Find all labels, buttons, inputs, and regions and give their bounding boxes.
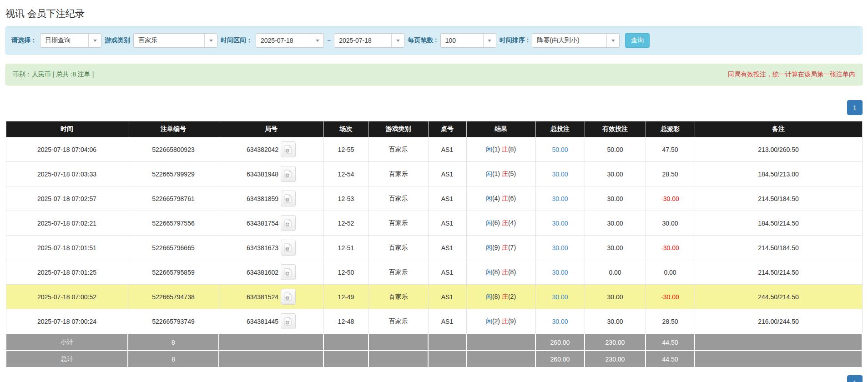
table-no-cell: AS1 [428, 309, 466, 334]
game-type-select[interactable]: 百家乐 [133, 33, 217, 48]
video-replay-button[interactable] [281, 289, 296, 305]
betting-records-table: 时间 注单编号 局号 场次 游戏类别 桌号 结果 总投注 有效投注 总派彩 备注… [5, 121, 863, 368]
game-type-value: 百家乐 [134, 36, 162, 45]
table-row[interactable]: 2025-07-18 07:03:33 522665799929 6343819… [6, 162, 862, 186]
valid-bet-cell: 30.00 [585, 285, 646, 309]
total-bet-link[interactable]: 30.00 [552, 318, 568, 325]
table-row[interactable]: 2025-07-18 07:00:24 522665793749 6343814… [6, 309, 862, 334]
header-table-no: 桌号 [428, 121, 466, 137]
date-from-value: 2025-07-18 [256, 37, 298, 44]
table-row[interactable]: 2025-07-18 07:04:06 522665800923 6343820… [6, 137, 862, 162]
table-no-cell: AS1 [428, 285, 466, 309]
grand-total-label: 总计 [6, 351, 128, 367]
page-1-button[interactable]: 1 [847, 375, 863, 382]
valid-bet-cell: 30.00 [585, 162, 646, 186]
round-cell: 634381524 [219, 285, 323, 309]
video-replay-button[interactable] [281, 215, 296, 231]
note-cell: 184.50/214.50 [695, 211, 862, 236]
bet-id-cell: 522665797556 [128, 211, 219, 236]
filter-bar: 请选择： 日期查询 游戏类别 百家乐 时间区间： 2025-07-18 ~ 20… [5, 26, 863, 55]
query-type-value: 日期查询 [40, 36, 75, 45]
time-cell: 2025-07-18 07:00:52 [6, 285, 128, 309]
round-cell: 634381754 [219, 211, 323, 236]
table-row[interactable]: 2025-07-18 07:02:21 522665797556 6343817… [6, 211, 862, 236]
subtotal-payout: 44.50 [646, 334, 695, 351]
table-row[interactable]: 2025-07-18 07:01:25 522665795859 6343816… [6, 260, 862, 285]
table-row[interactable]: 2025-07-18 07:00:52 522665794738 6343815… [6, 285, 862, 309]
video-replay-button[interactable] [281, 313, 296, 329]
total-bet-link[interactable]: 30.00 [552, 269, 568, 276]
page: 视讯 会员下注纪录 请选择： 日期查询 游戏类别 百家乐 时间区间： 2025-… [0, 7, 868, 382]
time-cell: 2025-07-18 07:03:33 [6, 162, 128, 186]
date-to-value: 2025-07-18 [334, 37, 376, 44]
payout-cell: -30.00 [646, 186, 695, 211]
total-bet-link[interactable]: 30.00 [552, 244, 568, 251]
total-bet-cell: 30.00 [535, 162, 585, 186]
table-no-cell: AS1 [428, 260, 466, 285]
table-row[interactable]: 2025-07-18 07:01:51 522665796665 6343816… [6, 236, 862, 260]
page-size-label: 每页笔数 : [408, 36, 437, 45]
date-to-select[interactable]: 2025-07-18 [334, 33, 404, 48]
total-bet-cell: 30.00 [535, 186, 585, 211]
bet-id-cell: 522665795859 [128, 260, 219, 285]
total-bet-link[interactable]: 30.00 [552, 220, 568, 227]
result-cell: 闲(6) 庄(4) [466, 211, 535, 236]
subtotal-label: 小计 [6, 334, 128, 351]
select-type-label: 请选择： [11, 36, 37, 45]
video-replay-button[interactable] [281, 191, 296, 206]
total-bet-cell: 30.00 [535, 285, 585, 309]
banker-result-label: 庄 [502, 170, 508, 177]
time-sort-select[interactable]: 降幂(由大到小) [532, 33, 620, 48]
chevron-down-icon [483, 34, 496, 47]
player-result-score: (1) [492, 170, 500, 177]
banker-result-label: 庄 [502, 293, 508, 300]
round-id: 634381859 [247, 195, 278, 202]
total-bet-link[interactable]: 30.00 [552, 293, 568, 301]
session-cell: 12-50 [323, 260, 368, 285]
total-bet-link[interactable]: 30.00 [552, 171, 568, 178]
total-bet-link[interactable]: 50.00 [552, 146, 568, 153]
valid-bet-cell: 30.00 [585, 186, 646, 211]
result-cell: 闲(4) 庄(6) [466, 186, 535, 211]
grand-total-count: 8 [128, 351, 219, 367]
page-size-select[interactable]: 100 [440, 33, 496, 48]
video-replay-button[interactable] [281, 240, 296, 256]
table-header-row: 时间 注单编号 局号 场次 游戏类别 桌号 结果 总投注 有效投注 总派彩 备注 [6, 121, 862, 137]
result-cell: 闲(9) 庄(7) [466, 236, 535, 260]
game-type-cell: 百家乐 [368, 137, 428, 162]
result-cell: 闲(8) 庄(2) [466, 285, 535, 309]
table-row[interactable]: 2025-07-18 07:02:57 522665798761 6343818… [6, 186, 862, 211]
video-file-icon [284, 219, 292, 227]
banker-result-label: 庄 [502, 244, 508, 251]
payout-cell: 28.50 [646, 309, 695, 334]
chevron-down-icon [606, 34, 619, 47]
note-cell: 214.50/214.50 [695, 260, 862, 285]
game-type-cell: 百家乐 [368, 186, 428, 211]
banker-result-score: (8) [508, 146, 516, 153]
result-cell: 闲(1) 庄(8) [466, 137, 535, 162]
query-button[interactable]: 查询 [625, 33, 650, 48]
grand-total-total-bet: 260.00 [535, 351, 585, 367]
player-result-score: (8) [492, 268, 500, 276]
payout-cell: 30.00 [646, 211, 695, 236]
query-type-select[interactable]: 日期查询 [40, 33, 101, 48]
total-bet-link[interactable]: 30.00 [552, 195, 568, 202]
header-valid-bet: 有效投注 [585, 121, 646, 137]
video-replay-button[interactable] [281, 264, 296, 280]
round-cell: 634382042 [219, 137, 323, 162]
player-result-score: (9) [492, 244, 500, 251]
session-cell: 12-48 [323, 309, 368, 334]
video-replay-button[interactable] [281, 166, 296, 182]
page-size-value: 100 [441, 37, 460, 44]
valid-bet-notice-text: 同局有效投注，统一计算在该局第一张注单内 [728, 70, 855, 79]
game-type-cell: 百家乐 [368, 162, 428, 186]
round-id: 634381524 [247, 293, 278, 301]
valid-bet-cell: 0.00 [585, 260, 646, 285]
video-replay-button[interactable] [281, 141, 296, 157]
header-round-id: 局号 [219, 121, 323, 137]
payout-cell: 47.50 [646, 137, 695, 162]
video-file-icon [284, 243, 292, 252]
page-1-button[interactable]: 1 [847, 100, 863, 115]
player-result-label: 闲 [486, 170, 492, 177]
date-from-select[interactable]: 2025-07-18 [256, 33, 324, 48]
